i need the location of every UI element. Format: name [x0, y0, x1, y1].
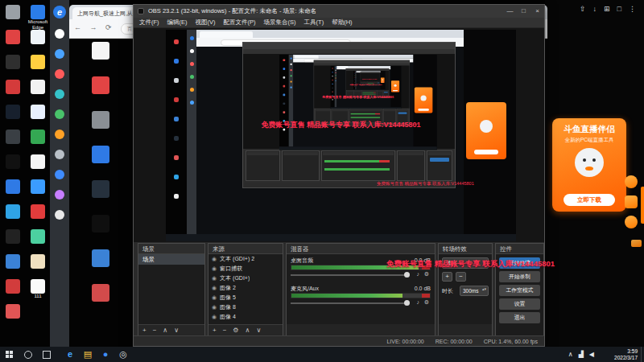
obs-menu-item[interactable]: 编辑(E)	[167, 19, 188, 27]
desktop-icon[interactable]: Microsoft Edge	[25, 5, 51, 30]
share-icon[interactable]: ⇧	[580, 5, 586, 13]
control-button[interactable]: 开始录制	[499, 271, 540, 282]
douyu-edge-strip[interactable]	[641, 187, 644, 224]
desktop-icon[interactable]	[25, 130, 51, 154]
desktop-icon[interactable]	[2, 179, 24, 204]
sidebar-shortcut-icon[interactable]	[55, 89, 64, 99]
add-scene-icon[interactable]: +	[142, 325, 147, 336]
more-icon[interactable]: ⋮	[629, 5, 636, 13]
spin-arrows-icon[interactable]: ▴▾	[482, 286, 486, 291]
visibility-eye-icon[interactable]: ◉	[212, 274, 217, 283]
channel-settings-icon[interactable]: ⚙	[424, 271, 429, 278]
desktop-icon[interactable]	[2, 130, 24, 154]
sidebar-shortcut-icon[interactable]	[55, 130, 64, 139]
desktop-icon[interactable]	[25, 30, 51, 55]
browser-logo-icon[interactable]: e	[53, 6, 66, 19]
desktop-icon[interactable]	[74, 284, 127, 319]
desktop-icon[interactable]	[2, 105, 24, 130]
source-properties-icon[interactable]: ⚙	[233, 325, 238, 336]
douyu-float-tag[interactable]	[631, 240, 642, 247]
close-button[interactable]: ×	[530, 5, 544, 18]
volume-slider-knob[interactable]	[404, 272, 410, 278]
douyu-download-button[interactable]: 立即下载	[564, 194, 615, 206]
visibility-eye-icon[interactable]: ◉	[212, 283, 217, 293]
sidebar-shortcut-icon[interactable]	[55, 29, 64, 39]
desktop-icon[interactable]	[25, 55, 51, 80]
desktop-icon[interactable]	[25, 105, 51, 130]
obs-title-bar[interactable]: OBS 23.2.1 (32-bit, windows) - 配置文件: 未命名…	[134, 5, 544, 18]
volume-slider[interactable]: ♪ ⚙	[291, 270, 431, 280]
desktop-icon[interactable]	[2, 30, 24, 55]
desktop-icon[interactable]	[2, 279, 24, 304]
desktop-icon[interactable]	[2, 254, 24, 279]
speaker-icon[interactable]: ♪	[417, 271, 420, 277]
desktop-icon[interactable]	[25, 80, 51, 105]
move-down-icon[interactable]: ∨	[174, 325, 179, 336]
visibility-eye-icon[interactable]: ◉	[212, 312, 217, 322]
desktop-icon[interactable]	[2, 304, 24, 329]
desktop-icon[interactable]	[2, 204, 24, 229]
channel-settings-icon[interactable]: ⚙	[424, 299, 429, 306]
sidebar-shortcut-icon[interactable]	[55, 210, 64, 220]
source-row[interactable]: ◉ 图像 4	[208, 312, 283, 322]
desktop-icon[interactable]	[2, 154, 24, 179]
desktop-icon[interactable]	[2, 55, 24, 80]
control-button[interactable]: 退出	[499, 312, 540, 323]
desktop-icon[interactable]	[2, 229, 24, 254]
taskbar-edge-icon[interactable]: e	[61, 347, 79, 362]
remove-source-icon[interactable]: −	[223, 325, 227, 336]
scene-item[interactable]: 场景	[138, 254, 204, 265]
visibility-eye-icon[interactable]: ◉	[212, 264, 217, 274]
desktop-icon[interactable]	[25, 154, 51, 179]
source-row[interactable]: ◉ 窗口捕获	[208, 264, 283, 274]
obs-menu-item[interactable]: 配置文件(P)	[224, 19, 256, 27]
sidebar-shortcut-icon[interactable]	[55, 49, 64, 59]
network-icon[interactable]: ▟	[579, 351, 584, 358]
remove-transition-button[interactable]: −	[456, 272, 466, 282]
taskbar-browser-icon[interactable]: ●	[97, 347, 114, 362]
volume-slider[interactable]: ♪ ⚙	[291, 298, 431, 308]
taskbar-clock[interactable]: 3:59 2022/3/17	[599, 348, 638, 361]
volume-slider-knob[interactable]	[404, 300, 410, 306]
desktop-icon[interactable]	[2, 5, 24, 30]
source-row[interactable]: ◉ 图像 5	[208, 293, 283, 302]
desktop-icon[interactable]	[25, 254, 51, 279]
obs-menu-item[interactable]: 帮助(H)	[332, 19, 352, 27]
tray-expand-icon[interactable]: ∧	[568, 351, 573, 358]
desktop-icon[interactable]	[74, 76, 127, 111]
taskbar-explorer-icon[interactable]: ▤	[79, 347, 97, 362]
desktop-icon[interactable]	[74, 215, 127, 249]
desktop-icon[interactable]	[74, 42, 127, 76]
desktop-icon[interactable]	[25, 204, 51, 229]
douyu-float-icon-1[interactable]	[625, 175, 638, 188]
obs-menu-item[interactable]: 场景集合(S)	[264, 19, 296, 27]
sidebar-shortcut-icon[interactable]	[55, 69, 64, 79]
add-transition-button[interactable]: +	[442, 272, 452, 282]
desktop-icon[interactable]	[74, 111, 127, 146]
start-button[interactable]	[0, 347, 19, 362]
visibility-eye-icon[interactable]: ◉	[212, 254, 217, 264]
source-row[interactable]: ◉ 图像 2	[208, 283, 283, 293]
desktop-icon[interactable]	[25, 229, 51, 254]
window-icon[interactable]: □	[617, 5, 621, 13]
sidebar-shortcut-icon[interactable]	[55, 190, 64, 200]
desktop-icon[interactable]	[2, 80, 24, 105]
desktop-icon[interactable]	[74, 249, 127, 284]
obs-menu-item[interactable]: 工具(T)	[304, 19, 324, 27]
desktop-icon[interactable]	[74, 180, 127, 215]
visibility-eye-icon[interactable]: ◉	[212, 293, 217, 302]
douyu-companion-card[interactable]: 斗鱼直播伴侣 全新的PC端直播工具 立即下载	[552, 118, 626, 212]
move-up-icon[interactable]: ∧	[246, 325, 250, 336]
maximize-button[interactable]: □	[517, 5, 530, 18]
douyu-float-icon-2[interactable]	[625, 195, 638, 208]
speaker-icon[interactable]: ♪	[417, 299, 420, 305]
obs-preview[interactable]: 免费账号直售 精品账号专享 联系入库:V14445801 免费账号直售 精品账号…	[134, 28, 544, 242]
source-row[interactable]: ◉ 文本 (GDI+) 2	[208, 254, 283, 264]
source-row[interactable]: ◉ 图像 8	[208, 302, 283, 312]
duration-spinbox[interactable]: 300ms ▴▾	[460, 286, 489, 296]
sidebar-shortcut-icon[interactable]	[55, 150, 64, 159]
move-up-icon[interactable]: ∧	[163, 325, 167, 336]
move-down-icon[interactable]: ∨	[256, 325, 261, 336]
visibility-eye-icon[interactable]: ◉	[212, 302, 217, 312]
obs-menu-item[interactable]: 文件(F)	[139, 19, 159, 27]
